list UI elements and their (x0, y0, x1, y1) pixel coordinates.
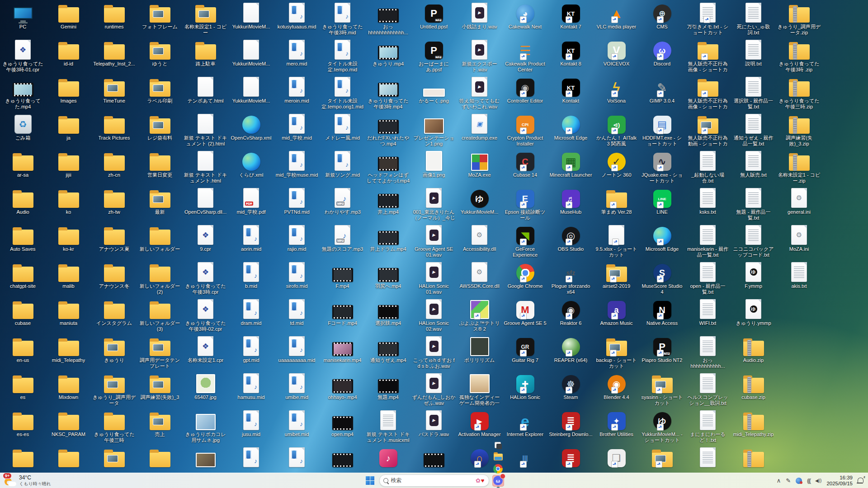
desktop-icon[interactable]: WIFI.txt (685, 298, 731, 334)
desktop-icon[interactable]: きゅうりボカコレ用サムネ.jpg (183, 409, 228, 446)
desktop-icon[interactable]: ♪umibe.mid (274, 372, 320, 408)
desktop-icon[interactable]: midi_Telepathy (46, 335, 91, 371)
desktop-icon[interactable]: ♪タイトル未設定.tempo.orig1.mid (320, 76, 365, 112)
desktop-icon[interactable]: ◉↗Reaktor 6 (548, 298, 594, 334)
desktop-icon[interactable]: ◥↗GeForce Experience (502, 224, 548, 260)
desktop-icon[interactable]: ↗REAPER (x64) (548, 335, 594, 371)
desktop-icon[interactable]: ♪sirofo.mid (274, 261, 320, 297)
desktop-icon[interactable]: ♪MP3無題のスコア.mp3 (320, 224, 365, 260)
desktop-icon[interactable]: ksks.txt (685, 187, 731, 223)
desktop-icon[interactable]: KT↗Kontakt 7 (548, 2, 594, 38)
desktop-icon[interactable]: ポリリリズム (457, 335, 502, 371)
tray-pen-icon[interactable]: ✎ (786, 477, 791, 484)
desktop-icon[interactable]: PNT2↗Piapro Studio NT2 (639, 335, 685, 371)
desktop-icon[interactable]: アナウンス夏 (91, 224, 137, 260)
desktop-icon[interactable]: open - 親作品一覧.txt (685, 261, 731, 297)
desktop-icon[interactable]: 売上 (137, 409, 183, 446)
desktop-icon[interactable]: ♪aorin.mid (228, 224, 274, 260)
desktop-icon[interactable]: まにまにわーるど！.txt (685, 409, 731, 446)
desktop-icon[interactable]: ♪きゅうり食ってた午後3時.mid (320, 2, 365, 38)
start-button[interactable] (364, 475, 376, 487)
desktop-icon[interactable]: cubase (0, 298, 46, 334)
desktop-icon[interactable]: ▦↗Minecraft Launcher (548, 150, 594, 186)
desktop-icon[interactable]: ♪meroin.mid (274, 76, 320, 112)
desktop-icon[interactable]: 新しいフォルダー (2) (137, 261, 183, 297)
desktop-icon[interactable]: PNT2おーばーまにあ.ppsf (411, 39, 457, 75)
desktop-icon[interactable]: CPI↗Crypton Product Installer (502, 113, 548, 149)
desktop-icon[interactable]: ♪kotusytuaaus.mid (274, 2, 320, 38)
desktop-icon[interactable]: ♪umibet.mid (274, 409, 320, 446)
desktop-icon[interactable]: TimeTune (91, 76, 137, 112)
desktop-icon[interactable]: PDFmid_学校.pdf (228, 187, 274, 223)
copilot-icon[interactable] (796, 478, 802, 484)
desktop-icon[interactable]: ♪td.mid (274, 298, 320, 334)
desktop-icon[interactable]: Images (46, 76, 91, 112)
desktop-icon[interactable]: ko (46, 187, 91, 223)
desktop-icon[interactable]: ↗筆まめ Ver.28 (594, 187, 639, 223)
desktop-icon[interactable]: ✎↗GIMP 3.0.4 (639, 76, 685, 112)
desktop-icon[interactable]: アナウンス冬 (91, 261, 137, 297)
desktop-icon[interactable]: 最新 (137, 187, 183, 223)
desktop-icon[interactable]: runtimes (91, 2, 137, 38)
desktop-icon[interactable]: a↗Amazon Music (594, 298, 639, 334)
desktop-icon[interactable]: ⊕↗CMS (639, 2, 685, 38)
desktop-icon[interactable]: 説明.txt (731, 39, 776, 75)
desktop-icon[interactable]: GR↗Guitar Rig 7 (502, 335, 548, 371)
desktop-icon[interactable]: きゅうり_調声用データ (91, 372, 137, 408)
desktop-icon[interactable]: manisekarin - 親作品一覧.txt (685, 224, 731, 260)
desktop-icon[interactable]: V↗VOICEVOX (594, 39, 639, 75)
desktop-icon[interactable]: おっ hhhhhhhhhhh... (685, 335, 731, 371)
desktop-icon[interactable]: maniuta (46, 298, 91, 334)
desktop-icon[interactable]: きゅうり食ってた午後三時.zip (776, 76, 822, 112)
desktop-icon[interactable]: open.mp4 (320, 409, 365, 446)
desktop-icon[interactable]: 通知うぜえ - 親作品一覧.txt (731, 113, 776, 149)
desktop-icon[interactable]: ♪dram.mid (228, 298, 274, 334)
desktop-icon[interactable]: Telepathy_Inst_2... (91, 39, 137, 75)
desktop-icon[interactable]: プレゼンテーション1.png (411, 113, 457, 149)
desktop-icon[interactable]: ▶001_東北きりたん（ノーマル）_今じゃ... (411, 187, 457, 223)
desktop-icon[interactable]: chatgpt-site (0, 261, 46, 297)
desktop-icon[interactable]: ♪新規ソング.mid (320, 150, 365, 186)
desktop-icon[interactable]: Mixdown (46, 372, 91, 408)
desktop-icon[interactable]: Audio.zip (731, 335, 776, 371)
desktop-icon[interactable]: ♪タイトル未設定.tempo.mid (320, 39, 365, 75)
desktop-icon[interactable]: ▤↗HDDFMT.exe - ショートカット (639, 113, 685, 149)
desktop-icon[interactable]: NKSC_PARAM (46, 409, 91, 446)
desktop-icon[interactable]: テンポあて.html (183, 76, 228, 112)
weather-widget[interactable]: 9+ 34°C くもり時々晴れ (5, 474, 51, 487)
desktop-icon[interactable]: ▶新規エクスポート.wav (457, 39, 502, 75)
desktop-icon[interactable]: きゅうり (91, 335, 137, 371)
desktop-icon[interactable]: midi_Telepathy.zip (731, 409, 776, 446)
desktop-icon[interactable]: jijii (46, 150, 91, 186)
desktop-icon[interactable]: ▲↗VLC media player (594, 2, 639, 38)
taskbar-task-view-button[interactable] (492, 440, 504, 451)
desktop-icon[interactable]: ♪gpt.mid (228, 335, 274, 371)
desktop-icon[interactable]: F.mp4 (320, 261, 365, 297)
desktop-icon[interactable]: 調声練習(失敗)_3 (137, 372, 183, 408)
desktop-icon[interactable]: ≣↗Steinberg Downlo... (548, 409, 594, 446)
desktop-icon[interactable]: ❖きゅうり食ってた午後3時-02.cpr (183, 298, 228, 334)
desktop-icon[interactable]: 通知うぜえ.mp4 (365, 335, 411, 371)
desktop-icon[interactable]: ❖きゅうり食ってた午後3時.cpr (183, 261, 228, 297)
desktop-icon[interactable]: ♪hamusu.mid (228, 372, 274, 408)
desktop-icon[interactable]: 無人販売.txt (731, 150, 776, 186)
desktop-icon[interactable]: きゅうり食ってた午後3時.mp4 (365, 76, 411, 112)
desktop-icon[interactable]: ♪mero.mid (274, 39, 320, 75)
desktop-icon[interactable]: ko-kr (46, 224, 91, 260)
desktop-icon[interactable]: ▣createdump.exe (457, 113, 502, 149)
desktop-icon[interactable]: M↗Groove Agent SE 5 (502, 298, 548, 334)
desktop-icon[interactable]: ◉↗Blender 4.4 (594, 372, 639, 408)
desktop-icon[interactable]: ⊲)↗かんたん！ AITalk 3 関西風 (594, 113, 639, 149)
search-input[interactable]: 検索 ✿♥ (379, 474, 489, 487)
desktop-icon[interactable]: ↗万引きメモ.txt - ショートカット (685, 2, 731, 38)
desktop-icon[interactable]: ⚙Accessibility.dll (457, 224, 502, 260)
desktop-icon[interactable]: es (0, 372, 46, 408)
desktop-icon[interactable]: 新規 テキスト ドキュメント.html (183, 150, 228, 186)
desktop-icon[interactable]: E↗Epson 接続診断ツール (502, 187, 548, 223)
desktop-icon[interactable]: ゆ↗YukkuriMovieM... - ショートカット (639, 409, 685, 446)
desktop-icon[interactable]: Track Pictures (91, 113, 137, 149)
desktop-icon[interactable]: PNT2Untitled.ppsf (411, 2, 457, 38)
desktop-icon[interactable]: KT↗Kontakt 8 (548, 39, 594, 75)
desktop-icon[interactable]: 名称未設定1 - コピー.zip (776, 150, 822, 186)
desktop-icon[interactable]: ∿↗JQuake.exe - ショートカット (639, 150, 685, 186)
